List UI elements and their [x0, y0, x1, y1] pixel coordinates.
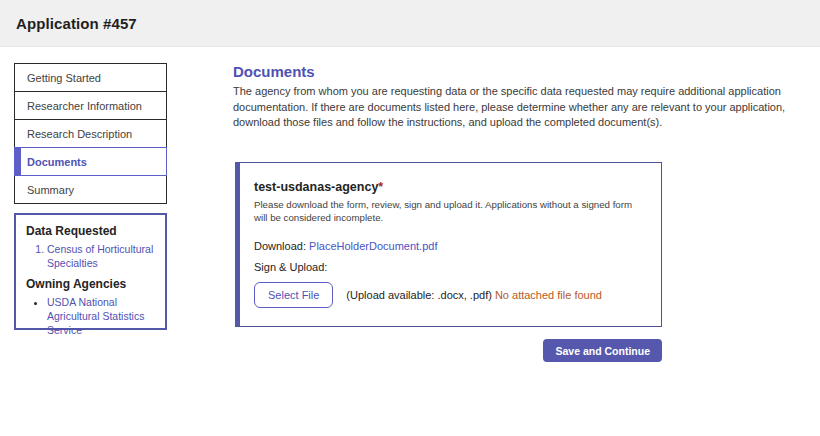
owning-agencies-list: USDA National Agricultural Statistics Se… [26, 295, 157, 337]
sidebar-item-label: Research Description [27, 128, 132, 140]
sidebar-item-label: Summary [27, 184, 74, 196]
upload-row: Select File (Upload available: .docx, .p… [254, 282, 647, 308]
download-link[interactable]: PlaceHolderDocument.pdf [309, 240, 437, 252]
sidebar-item-getting-started[interactable]: Getting Started [14, 63, 167, 92]
owning-agencies-heading: Owning Agencies [26, 277, 157, 291]
section-description: The agency from whom you are requesting … [233, 84, 799, 131]
download-label: Download: [254, 240, 309, 252]
save-and-continue-button[interactable]: Save and Continue [543, 339, 662, 362]
sidebar-item-summary[interactable]: Summary [14, 175, 167, 204]
section-heading: Documents [233, 63, 315, 80]
app-header: Application #457 [0, 0, 820, 47]
sidebar-item-researcher-information[interactable]: Researcher Information [14, 91, 167, 120]
download-row: Download: PlaceHolderDocument.pdf [254, 240, 647, 252]
no-file-warning: No attached file found [495, 289, 602, 301]
sidebar-item-documents[interactable]: Documents [14, 147, 167, 176]
document-instructions: Please download the form, review, sign a… [254, 198, 647, 224]
select-file-button[interactable]: Select File [254, 282, 333, 308]
required-asterisk: * [378, 180, 383, 194]
sidebar-item-label: Getting Started [27, 72, 101, 84]
owning-agency-item: USDA National Agricultural Statistics Se… [47, 295, 157, 337]
data-requested-heading: Data Requested [26, 224, 157, 238]
sidebar-item-label: Researcher Information [27, 100, 142, 112]
upload-hint: (Upload available: .docx, .pdf) [346, 289, 492, 301]
sign-upload-label: Sign & Upload: [254, 261, 647, 273]
sidebar-item-label: Documents [27, 156, 87, 168]
request-summary-panel: Data Requested Census of Horticultural S… [14, 213, 167, 330]
document-title: test-usdanas-agency* [254, 180, 647, 194]
data-requested-item: Census of Horticultural Specialties [47, 242, 157, 270]
page-title: Application #457 [16, 15, 137, 32]
document-card: test-usdanas-agency* Please download the… [235, 162, 662, 327]
sidebar-nav: Getting Started Researcher Information R… [14, 63, 167, 204]
sidebar-item-research-description[interactable]: Research Description [14, 119, 167, 148]
document-title-text: test-usdanas-agency [254, 180, 378, 194]
data-requested-list: Census of Horticultural Specialties [26, 242, 157, 270]
